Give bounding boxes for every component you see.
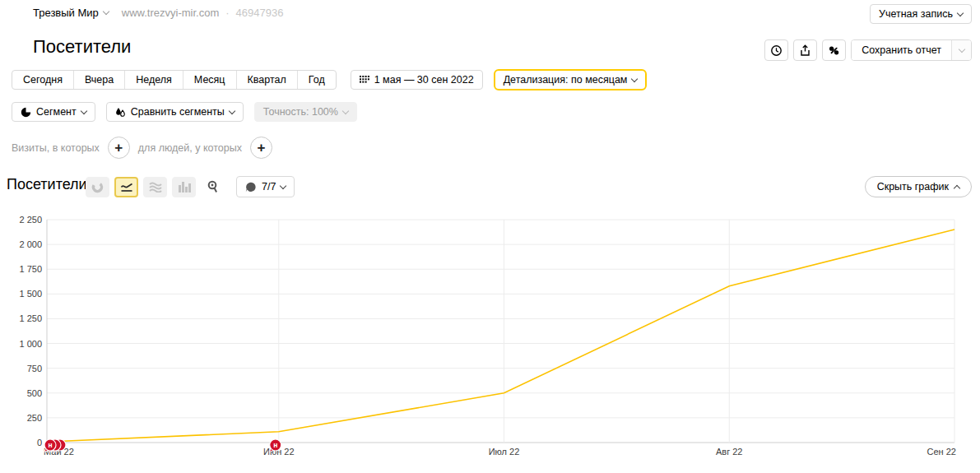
stacked-area-type-button — [143, 177, 167, 197]
y-axis-tick: 0 — [37, 438, 42, 447]
report-toolbar: Сохранить отчет — [764, 39, 972, 61]
people-filter-label: для людей, у которых — [138, 142, 242, 154]
period-group: Сегодня Вчера Неделя Месяц Квартал Год — [12, 70, 337, 90]
chevron-up-icon — [954, 184, 960, 191]
period-quarter[interactable]: Квартал — [236, 71, 297, 89]
columns-chart-icon — [178, 181, 191, 192]
detalization-button[interactable]: Детализация: по месяцам — [494, 69, 648, 90]
chevron-down-icon — [280, 182, 286, 188]
x-axis-tick: Сен 22 — [927, 447, 956, 457]
counter-switcher[interactable]: Трезвый Мир — [33, 7, 109, 19]
x-axis-tick: Авг 22 — [716, 447, 742, 457]
line-chart-icon — [120, 182, 133, 192]
map-chart-type-button[interactable] — [201, 177, 225, 197]
compare-reports-icon — [828, 45, 840, 56]
period-month[interactable]: Месяц — [183, 71, 236, 89]
compare-reports-button[interactable] — [822, 39, 846, 61]
chart-type-row: 7/7 — [86, 176, 295, 197]
donut-chart-type-button — [86, 177, 109, 197]
segment-row: Сегмент Сравнить сегменты Точность: 100% — [12, 102, 357, 122]
visits-filter-label: Визиты, в которых — [12, 142, 100, 154]
period-today[interactable]: Сегодня — [12, 71, 73, 89]
y-axis-tick: 250 — [27, 413, 42, 423]
chevron-down-icon — [958, 45, 964, 52]
map-pin-icon — [207, 180, 219, 193]
top-bar: Трезвый Мир www.trezvyi-mir.com · 469479… — [33, 7, 283, 19]
chevron-down-icon — [103, 8, 109, 15]
annotation-marker-letter: н — [273, 441, 277, 449]
donut-chart-icon — [91, 181, 104, 193]
site-url: www.trezvyi-mir.com — [122, 7, 219, 19]
account-menu-label: Учетная запись — [879, 8, 953, 20]
compare-segments-label: Сравнить сегменты — [131, 106, 225, 118]
detalization-label: Детализация: по месяцам — [504, 74, 628, 86]
line-chart-type-button[interactable] — [114, 177, 138, 197]
counter-name: Трезвый Мир — [33, 7, 99, 19]
separator-dot: · — [225, 7, 229, 19]
y-axis-tick: 1 750 — [19, 264, 42, 274]
period-row: Сегодня Вчера Неделя Месяц Квартал Год 1… — [12, 69, 647, 90]
date-range-button[interactable]: 1 мая — 30 сен 2022 — [351, 70, 483, 90]
y-axis-tick: 1 250 — [19, 313, 42, 323]
chevron-down-icon — [342, 107, 349, 114]
segment-label: Сегмент — [36, 106, 77, 118]
add-people-filter-button[interactable]: + — [250, 137, 272, 159]
annotation-marker-letter: н — [48, 441, 52, 449]
hide-chart-label: Скрыть график — [877, 181, 949, 192]
y-axis-tick: 2 000 — [19, 239, 42, 249]
add-visit-filter-button[interactable]: + — [108, 137, 130, 159]
counter-id: 46947936 — [236, 7, 284, 19]
pie-segment-icon — [21, 107, 31, 118]
export-icon — [799, 44, 811, 57]
y-axis-tick: 1 000 — [19, 339, 42, 349]
hide-chart-button[interactable]: Скрыть график — [865, 176, 972, 197]
save-report-dropdown[interactable] — [951, 40, 971, 60]
y-axis-tick: 500 — [27, 388, 42, 398]
save-report-split-button: Сохранить отчет — [851, 39, 972, 61]
date-range-label: 1 мая — 30 сен 2022 — [374, 74, 474, 86]
chevron-down-icon — [631, 75, 638, 81]
y-axis-tick: 1 500 — [19, 289, 42, 299]
chevron-down-icon — [80, 107, 86, 114]
segment-button[interactable]: Сегмент — [12, 102, 95, 122]
save-report-button[interactable]: Сохранить отчет — [852, 40, 951, 60]
calendar-grid-icon — [360, 75, 369, 85]
chevron-down-icon — [229, 107, 235, 114]
schedule-button[interactable] — [764, 39, 788, 61]
comments-button[interactable]: 7/7 — [236, 176, 295, 197]
accuracy-button[interactable]: Точность: 100% — [254, 102, 357, 122]
y-axis-tick: 750 — [27, 364, 42, 373]
compare-segments-button[interactable]: Сравнить сегменты — [106, 102, 244, 122]
metrica-dashboard: Трезвый Мир www.trezvyi-mir.com · 469479… — [0, 0, 980, 473]
y-axis-tick: 2 250 — [19, 215, 42, 225]
period-week[interactable]: Неделя — [124, 71, 183, 89]
chart-title: Посетители — [7, 176, 87, 193]
period-yesterday[interactable]: Вчера — [73, 71, 124, 89]
accuracy-label: Точность: 100% — [263, 106, 338, 118]
period-year[interactable]: Год — [297, 71, 336, 89]
export-button[interactable] — [793, 39, 817, 61]
speech-bubble-icon — [245, 182, 257, 192]
filter-row: Визиты, в которых + для людей, у которых… — [12, 137, 272, 159]
comments-count: 7/7 — [262, 181, 276, 192]
stacked-area-icon — [149, 181, 162, 192]
visitors-line-chart[interactable]: 02505007501 0001 2501 5001 7502 0002 250… — [0, 210, 980, 470]
chevron-down-icon — [957, 9, 964, 16]
account-menu-button[interactable]: Учетная запись — [870, 4, 972, 24]
x-axis-tick: Июл 22 — [489, 447, 520, 457]
page-title: Посетители — [33, 36, 131, 58]
clock-icon — [770, 44, 783, 57]
two-drops-icon — [115, 107, 126, 118]
columns-chart-type-button — [172, 177, 196, 197]
